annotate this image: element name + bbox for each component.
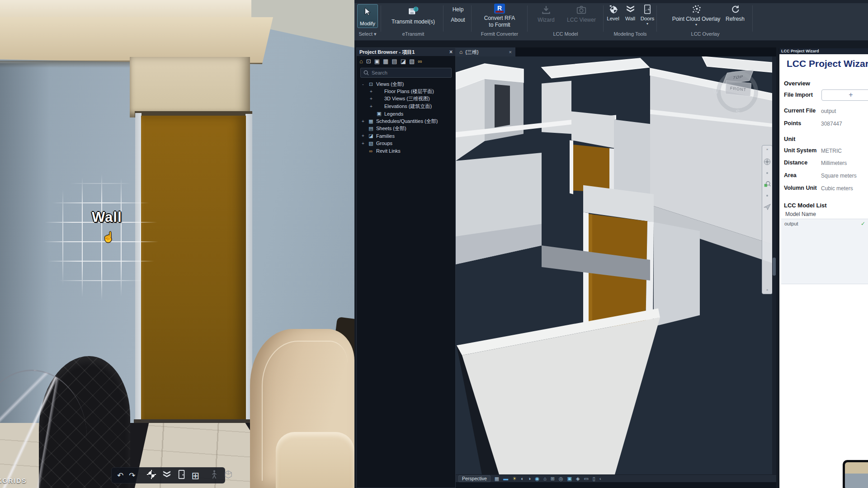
cursor-arrow-icon: [363, 7, 373, 17]
viewcube-south-label[interactable]: S: [736, 108, 740, 116]
redo-icon[interactable]: ↷: [129, 472, 135, 479]
viewport-status-strip: [456, 482, 776, 488]
steering-wheel-icon[interactable]: [763, 158, 771, 166]
link-icon[interactable]: ∞: [418, 58, 422, 64]
wall-button[interactable]: Wall: [622, 4, 638, 21]
sketchy-lines-icon[interactable]: ◑: [528, 476, 531, 481]
shadows-icon[interactable]: ◐: [521, 476, 524, 481]
project-browser-title: Project Browser - 項目1: [359, 49, 415, 56]
families-icon[interactable]: ◪: [401, 58, 406, 64]
worksharing-display-icon[interactable]: ▭: [584, 476, 588, 481]
navbar-close-icon[interactable]: ×: [766, 288, 769, 292]
legends-icon[interactable]: ▣: [374, 58, 380, 64]
pip-preview-window[interactable]: [843, 460, 868, 488]
tree-item-views[interactable]: - ⊡ Views (全部): [357, 80, 455, 88]
tree-item-sheets[interactable]: ▤ Sheets (全部): [357, 125, 455, 132]
photographic-exposure-icon[interactable]: ⌂: [543, 476, 547, 481]
detail-level-icon[interactable]: ▬: [503, 476, 508, 481]
wall-tool-icon[interactable]: [162, 469, 172, 481]
wizard-window-titlebar[interactable]: LCC Project Wizard: [779, 48, 868, 54]
model-cube-icon[interactable]: [224, 470, 233, 481]
view-scale-icon[interactable]: ▦: [495, 476, 499, 481]
modify-button[interactable]: Modify: [357, 4, 378, 28]
file-import-button[interactable]: +: [821, 89, 868, 101]
home-view-icon[interactable]: ⌂: [459, 49, 462, 55]
model-list-section-title: LCC Model List: [784, 202, 827, 209]
schedules-icon[interactable]: ▦: [383, 58, 388, 64]
level-target-tool-icon[interactable]: [146, 469, 156, 481]
help-button[interactable]: Help: [445, 6, 471, 13]
tree-item-floor-plans[interactable]: + Floor Plans (楼层平面): [357, 88, 455, 95]
scrollbar-thumb[interactable]: [773, 258, 776, 276]
sheets-icon[interactable]: ▤: [392, 58, 397, 64]
walk-mode-icon[interactable]: [210, 469, 218, 481]
collapse-bar-icon[interactable]: ‹: [599, 476, 601, 481]
lcc-model-group-label: LCC Model: [528, 31, 603, 37]
undo-icon[interactable]: ↶: [117, 472, 123, 479]
model-viewport[interactable]: ⌂ {三维} ×: [456, 47, 776, 488]
revit-window: Modify Select ▾ Transmit model(s) eTrans…: [354, 0, 868, 488]
ribbon-top-strip: [354, 0, 868, 3]
viewcube-front-face[interactable]: FRONT: [725, 80, 751, 97]
distance-value: Millimeters: [821, 160, 847, 166]
refresh-button[interactable]: Refresh: [722, 4, 749, 22]
home-icon[interactable]: ⌂: [359, 58, 363, 64]
lighting-icon[interactable]: ◉: [535, 476, 539, 481]
project-browser-titlebar[interactable]: Project Browser - 項目1 ×: [357, 48, 455, 56]
pan-plane-icon[interactable]: [763, 203, 771, 211]
area-value: Square meters: [821, 173, 857, 179]
about-button[interactable]: About: [445, 17, 471, 23]
volumn-unit-value: Cubic meters: [821, 185, 853, 192]
temporary-view-properties-icon[interactable]: ▯: [593, 476, 595, 481]
temporary-hide-isolate-icon[interactable]: ▣: [567, 476, 572, 481]
tree-item-3d-views[interactable]: + 3D Views (三维视图): [357, 95, 455, 103]
ribbon-divider: [471, 5, 472, 32]
reveal-hidden-elements-icon[interactable]: ◈: [576, 476, 580, 481]
convert-rfa-button[interactable]: R Convert RFA to Formlt: [473, 4, 526, 28]
lcc-overlay-group-label: LCC Overlay: [660, 31, 750, 37]
ribbon-divider: [752, 5, 753, 32]
door-tool-icon[interactable]: [177, 469, 186, 481]
search-box[interactable]: [360, 68, 452, 78]
wizard-button[interactable]: Wizard: [532, 5, 561, 23]
model-row-output[interactable]: output ✓: [781, 219, 868, 228]
tree-item-revit-links[interactable]: ∞ Revit Links: [357, 147, 455, 155]
scan-photo-viewport[interactable]: Wall ☝ ↶ ↷ ⊞ XGRIDS: [0, 0, 354, 488]
placement-grid-overlay: [43, 174, 159, 300]
navbar-divider-dot: [766, 172, 768, 174]
sun-settings-icon[interactable]: ☀: [512, 476, 517, 481]
view-tab-3d[interactable]: ⌂ {三维} ×: [456, 47, 515, 56]
lcc-viewer-button[interactable]: LCC Viewer: [562, 5, 600, 23]
viewport-scrollbar[interactable]: [772, 56, 776, 474]
doors-button[interactable]: Doors ▾: [638, 4, 656, 26]
perspective-indicator[interactable]: Perspective: [458, 475, 491, 482]
navbar-close-icon[interactable]: ×: [766, 147, 769, 151]
select-group-label[interactable]: Select ▾: [354, 31, 381, 37]
level-button[interactable]: Level: [604, 4, 622, 21]
ribbon-divider: [381, 5, 381, 32]
crop-region-icon[interactable]: ◎: [559, 476, 563, 481]
crop-view-icon[interactable]: ⊞: [551, 476, 555, 481]
doors-dropdown-arrow[interactable]: ▾: [646, 22, 648, 26]
viewcube-west-label[interactable]: W: [713, 88, 718, 95]
tree-item-schedules[interactable]: + ▦ Schedules/Quantities (全部): [357, 117, 455, 125]
groups-icon[interactable]: ▧: [409, 58, 415, 64]
viewcube-cube[interactable]: TOP FRONT: [726, 71, 751, 95]
tree-item-families[interactable]: + ◪ Families: [357, 132, 455, 140]
close-icon[interactable]: ×: [449, 49, 453, 55]
transmit-models-button[interactable]: Transmit model(s): [383, 5, 443, 25]
zoom-tool-icon[interactable]: [763, 180, 771, 188]
tree-item-elevations[interactable]: + Elevations (建筑立面): [357, 103, 455, 110]
tree-item-groups[interactable]: + ▧ Groups: [357, 140, 455, 147]
viewcube[interactable]: W S TOP FRONT: [716, 68, 761, 115]
close-tab-icon[interactable]: ×: [509, 49, 512, 55]
model-canvas[interactable]: W S TOP FRONT ×: [456, 56, 776, 474]
views-icon[interactable]: ⊡: [366, 58, 371, 64]
window-tool-icon[interactable]: ⊞: [192, 471, 200, 480]
tree-item-legends[interactable]: ▣ Legends: [357, 110, 455, 117]
point-cloud-dropdown-arrow[interactable]: ▾: [695, 23, 697, 27]
xgrids-watermark: XGRIDS: [0, 477, 27, 484]
wall-chevrons-icon: [625, 4, 636, 14]
floppy-globe-icon: [407, 5, 419, 17]
search-input[interactable]: [372, 70, 439, 75]
